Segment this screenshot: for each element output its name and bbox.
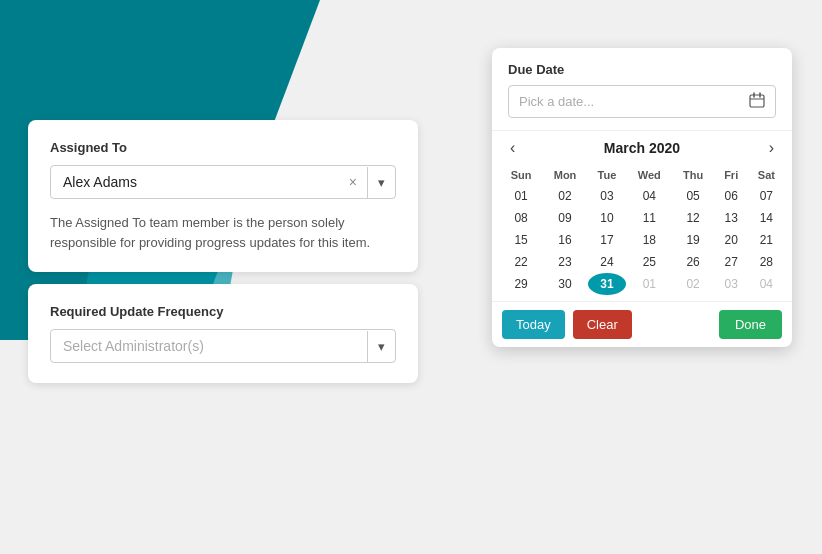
update-frequency-placeholder: Select Administrator(s)	[51, 330, 367, 362]
update-frequency-card: Required Update Frequency Select Adminis…	[28, 284, 418, 383]
clear-button[interactable]: Clear	[573, 310, 632, 339]
today-button[interactable]: Today	[502, 310, 565, 339]
prev-month-button[interactable]: ‹	[502, 137, 523, 159]
calendar-day[interactable]: 07	[749, 185, 784, 207]
calendar-week-2: 08091011121314	[500, 207, 784, 229]
calendar-day[interactable]: 19	[673, 229, 714, 251]
calendar-grid-wrapper: Sun Mon Tue Wed Thu Fri Sat 010203040506…	[492, 165, 792, 301]
day-header-tue: Tue	[588, 165, 626, 185]
calendar-day[interactable]: 02	[542, 185, 588, 207]
day-header-wed: Wed	[626, 165, 673, 185]
calendar-day[interactable]: 01	[500, 185, 542, 207]
calendar-day[interactable]: 27	[714, 251, 749, 273]
assigned-to-clear-button[interactable]: ×	[339, 166, 367, 198]
day-header-sat: Sat	[749, 165, 784, 185]
calendar-day[interactable]: 24	[588, 251, 626, 273]
calendar-day[interactable]: 04	[626, 185, 673, 207]
calendar-day[interactable]: 01	[626, 273, 673, 295]
calendar-day[interactable]: 28	[749, 251, 784, 273]
calendar-day[interactable]: 15	[500, 229, 542, 251]
calendar-day[interactable]: 05	[673, 185, 714, 207]
assigned-to-value: Alex Adams	[51, 166, 339, 198]
calendar-day[interactable]: 22	[500, 251, 542, 273]
calendar-day[interactable]: 26	[673, 251, 714, 273]
day-header-thu: Thu	[673, 165, 714, 185]
date-input-placeholder: Pick a date...	[519, 94, 749, 109]
calendar-day[interactable]: 09	[542, 207, 588, 229]
calendar-week-4: 22232425262728	[500, 251, 784, 273]
calendar-day[interactable]: 31	[588, 273, 626, 295]
calendar-day[interactable]: 20	[714, 229, 749, 251]
calendar-day[interactable]: 06	[714, 185, 749, 207]
calendar-week-3: 15161718192021	[500, 229, 784, 251]
assigned-to-select-row[interactable]: Alex Adams × ▾	[50, 165, 396, 199]
update-frequency-dropdown-button[interactable]: ▾	[367, 331, 395, 362]
calendar-day[interactable]: 30	[542, 273, 588, 295]
calendar-day[interactable]: 03	[714, 273, 749, 295]
assigned-to-label: Assigned To	[50, 140, 396, 155]
calendar-footer: Today Clear Done	[492, 301, 792, 347]
assigned-to-dropdown-button[interactable]: ▾	[367, 167, 395, 198]
calendar-day[interactable]: 03	[588, 185, 626, 207]
day-header-sun: Sun	[500, 165, 542, 185]
month-label: March 2020	[604, 140, 680, 156]
calendar-day[interactable]: 10	[588, 207, 626, 229]
next-month-button[interactable]: ›	[761, 137, 782, 159]
calendar-week-1: 01020304050607	[500, 185, 784, 207]
calendar-day[interactable]: 14	[749, 207, 784, 229]
svg-rect-0	[750, 95, 764, 107]
done-button[interactable]: Done	[719, 310, 782, 339]
day-header-fri: Fri	[714, 165, 749, 185]
calendar-day[interactable]: 04	[749, 273, 784, 295]
calendar-nav: ‹ March 2020 ›	[492, 130, 792, 165]
calendar-day[interactable]: 17	[588, 229, 626, 251]
assigned-to-description: The Assigned To team member is the perso…	[50, 213, 396, 252]
update-frequency-select-row[interactable]: Select Administrator(s) ▾	[50, 329, 396, 363]
day-header-mon: Mon	[542, 165, 588, 185]
calendar-grid: Sun Mon Tue Wed Thu Fri Sat 010203040506…	[500, 165, 784, 295]
calendar-day-headers: Sun Mon Tue Wed Thu Fri Sat	[500, 165, 784, 185]
calendar-day[interactable]: 23	[542, 251, 588, 273]
calendar-day[interactable]: 29	[500, 273, 542, 295]
calendar-day[interactable]: 16	[542, 229, 588, 251]
calendar-day[interactable]: 13	[714, 207, 749, 229]
left-panel: Assigned To Alex Adams × ▾ The Assigned …	[28, 120, 418, 383]
calendar-week-5: 29303101020304	[500, 273, 784, 295]
calendar-day[interactable]: 11	[626, 207, 673, 229]
calendar-icon	[749, 92, 765, 111]
calendar-day[interactable]: 18	[626, 229, 673, 251]
update-frequency-label: Required Update Frequency	[50, 304, 396, 319]
calendar-day[interactable]: 02	[673, 273, 714, 295]
calendar-day[interactable]: 08	[500, 207, 542, 229]
calendar-panel: Due Date Pick a date... ‹ March 2020 › S…	[492, 48, 792, 347]
date-input-row[interactable]: Pick a date...	[508, 85, 776, 118]
calendar-body: 0102030405060708091011121314151617181920…	[500, 185, 784, 295]
assigned-to-card: Assigned To Alex Adams × ▾ The Assigned …	[28, 120, 418, 272]
due-date-label: Due Date	[508, 62, 776, 77]
calendar-header: Due Date Pick a date...	[492, 48, 792, 130]
calendar-day[interactable]: 21	[749, 229, 784, 251]
calendar-day[interactable]: 12	[673, 207, 714, 229]
calendar-day[interactable]: 25	[626, 251, 673, 273]
